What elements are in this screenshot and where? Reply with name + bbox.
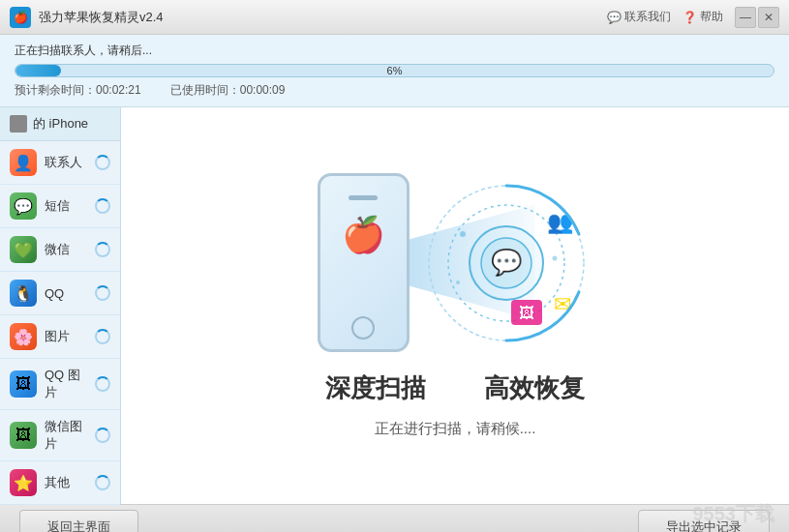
progress-status-text: 正在扫描联系人，请稍后... xyxy=(15,43,774,59)
scan-status-text: 正在进行扫描，请稍候.... xyxy=(375,420,536,438)
svg-text:💬: 💬 xyxy=(491,247,523,278)
svg-text:👥: 👥 xyxy=(546,209,573,235)
sms-spinner xyxy=(95,198,110,214)
other-label: 其他 xyxy=(45,474,87,491)
watermark: 9553下载 xyxy=(693,501,775,527)
contacts-label: 联系人 xyxy=(45,154,87,171)
progress-bar-container: 6% xyxy=(15,64,774,77)
title-bar: 🍎 强力苹果恢复精灵v2.4 💬 联系我们 ❓ 帮助 — ✕ xyxy=(0,0,789,35)
device-label: 的 iPhone xyxy=(0,107,120,141)
sms-icon: 💬 xyxy=(10,192,37,220)
progress-bar-fill xyxy=(15,65,61,76)
efficient-restore-label: 高效恢复 xyxy=(484,371,585,405)
close-button[interactable]: ✕ xyxy=(758,7,779,28)
minimize-button[interactable]: — xyxy=(735,7,756,28)
sidebar-item-contacts[interactable]: 👤联系人 xyxy=(0,141,120,185)
title-left: 🍎 强力苹果恢复精灵v2.4 xyxy=(10,7,164,28)
device-icon xyxy=(10,115,27,133)
content-area: 🍎 💬 👥 xyxy=(121,107,789,504)
progress-percent: 6% xyxy=(387,65,403,76)
app-icon: 🍎 xyxy=(10,7,31,28)
help-link[interactable]: ❓ 帮助 xyxy=(683,9,723,25)
sidebar-item-other[interactable]: ⭐其他 xyxy=(0,461,120,505)
qq-label: QQ xyxy=(45,286,87,301)
message-icon: 💬 xyxy=(607,11,622,24)
apple-logo-icon: 🍎 xyxy=(342,215,385,255)
qqphotos-label: QQ 图片 xyxy=(45,367,87,401)
sidebar-item-photos[interactable]: 🌸图片 xyxy=(0,315,120,359)
deep-scan-label: 深度扫描 xyxy=(325,371,426,405)
help-icon: ❓ xyxy=(683,11,697,24)
qq-spinner xyxy=(95,285,110,301)
qq-icon: 🐧 xyxy=(10,280,37,307)
qqphotos-spinner xyxy=(95,376,110,392)
wechat-spinner xyxy=(95,242,110,257)
wechatphotos-icon: 🖼 xyxy=(10,422,37,449)
sidebar: 的 iPhone 👤联系人💬短信💚微信🐧QQ🌸图片🖼QQ 图片🖼微信图片⭐其他 xyxy=(0,107,121,504)
used-time: 已使用时间：00:00:09 xyxy=(170,82,286,99)
svg-point-11 xyxy=(552,255,557,260)
photos-label: 图片 xyxy=(45,328,87,345)
sms-label: 短信 xyxy=(45,197,87,215)
svg-point-9 xyxy=(460,231,466,237)
help-label: 帮助 xyxy=(700,9,723,25)
progress-times: 预计剩余时间：00:02:21 已使用时间：00:00:09 xyxy=(15,82,774,99)
wechat-icon: 💚 xyxy=(10,236,37,263)
wechatphotos-label: 微信图片 xyxy=(45,418,87,453)
scan-illustration: 🍎 💬 👥 xyxy=(318,173,593,352)
scan-labels: 深度扫描 高效恢复 xyxy=(325,371,585,405)
svg-point-10 xyxy=(456,281,460,284)
contact-us-label: 联系我们 xyxy=(624,9,671,25)
other-spinner xyxy=(95,475,110,490)
photos-spinner xyxy=(95,329,110,344)
phone-home-button xyxy=(351,316,375,340)
sidebar-item-sms[interactable]: 💬短信 xyxy=(0,185,120,228)
photos-icon: 🌸 xyxy=(10,323,37,350)
other-icon: ⭐ xyxy=(10,469,37,496)
wechat-label: 微信 xyxy=(45,241,87,258)
app-title: 强力苹果恢复精灵v2.4 xyxy=(39,9,164,26)
svg-text:🖼: 🖼 xyxy=(519,305,534,321)
main-layout: 的 iPhone 👤联系人💬短信💚微信🐧QQ🌸图片🖼QQ 图片🖼微信图片⭐其他 … xyxy=(0,107,789,504)
sidebar-item-qqphotos[interactable]: 🖼QQ 图片 xyxy=(0,359,120,410)
contact-us-link[interactable]: 💬 联系我们 xyxy=(607,9,671,25)
sidebar-item-wechatphotos[interactable]: 🖼微信图片 xyxy=(0,410,120,461)
back-to-home-button[interactable]: 返回主界面 xyxy=(19,510,138,533)
contacts-icon: 👤 xyxy=(10,149,37,176)
phone-shape: 🍎 xyxy=(318,173,410,352)
window-controls: — ✕ xyxy=(735,7,779,28)
wechatphotos-spinner xyxy=(95,428,110,443)
contacts-spinner xyxy=(95,155,110,170)
sidebar-item-qq[interactable]: 🐧QQ xyxy=(0,272,120,315)
sidebar-item-wechat[interactable]: 💚微信 xyxy=(0,228,120,272)
title-right: 💬 联系我们 ❓ 帮助 — ✕ xyxy=(607,7,779,28)
phone-speaker xyxy=(349,195,378,200)
tech-circle: 💬 👥 ✉ 🖼 xyxy=(419,176,593,350)
sidebar-items: 👤联系人💬短信💚微信🐧QQ🌸图片🖼QQ 图片🖼微信图片⭐其他 xyxy=(0,141,120,505)
qqphotos-icon: 🖼 xyxy=(10,370,37,398)
progress-area: 正在扫描联系人，请稍后... 6% 预计剩余时间：00:02:21 已使用时间：… xyxy=(0,35,789,107)
bottom-bar: 返回主界面 导出选中记录 xyxy=(0,504,789,532)
remaining-time: 预计剩余时间：00:02:21 xyxy=(15,82,141,99)
device-name: 的 iPhone xyxy=(33,115,88,133)
